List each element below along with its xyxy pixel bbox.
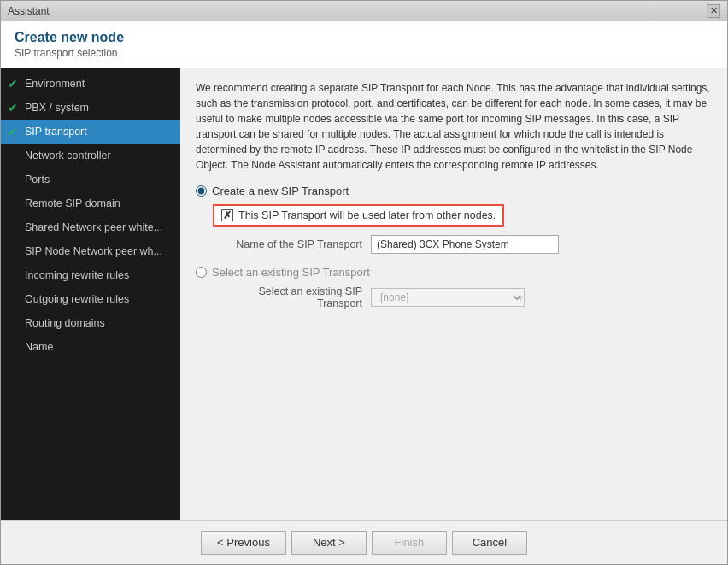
page-subtitle: SIP transport selection xyxy=(15,47,713,59)
sidebar-item-sip-node-network[interactable]: SIP Node Network peer wh... xyxy=(1,239,180,263)
sidebar-item-ports[interactable]: Ports xyxy=(1,168,180,191)
sidebar-item-pbx-system[interactable]: ✔ PBX / system xyxy=(1,96,180,120)
sidebar-item-shared-network-peer[interactable]: Shared Network peer white... xyxy=(1,215,180,239)
sidebar-item-network-controller[interactable]: Network controller xyxy=(1,144,180,168)
select-existing-radio-label[interactable]: Select an existing SIP Transport xyxy=(196,266,712,279)
check-icon-pbx: ✔ xyxy=(8,101,18,115)
create-new-radio[interactable] xyxy=(196,185,207,197)
description-text: We recommend creating a separate SIP Tra… xyxy=(196,80,712,173)
previous-button[interactable]: < Previous xyxy=(201,531,286,555)
select-existing-radio[interactable] xyxy=(196,267,207,278)
close-button[interactable]: ✕ xyxy=(707,4,720,18)
main-content: We recommend creating a separate SIP Tra… xyxy=(180,68,727,520)
sidebar-item-environment[interactable]: ✔ Environment xyxy=(1,72,180,96)
assistant-window: Assistant ✕ Create new node SIP transpor… xyxy=(0,0,728,565)
sidebar-item-name[interactable]: Name xyxy=(1,335,180,359)
sidebar: ✔ Environment ✔ PBX / system ✔ SIP trans… xyxy=(1,68,180,520)
check-icon-sip: ✔ xyxy=(8,126,17,138)
sidebar-item-remote-sip-domain[interactable]: Remote SIP domain xyxy=(1,191,180,215)
checkbox-label: This SIP Transport will be used later fr… xyxy=(238,209,496,221)
title-bar: Assistant ✕ xyxy=(1,1,727,21)
sidebar-item-incoming-rewrite[interactable]: Incoming rewrite rules xyxy=(1,263,180,287)
sidebar-item-outgoing-rewrite[interactable]: Outgoing rewrite rules xyxy=(1,287,180,311)
name-label: Name of the SIP Transport xyxy=(213,238,362,250)
existing-transport-select[interactable]: [none] xyxy=(371,288,525,307)
create-new-radio-label[interactable]: Create a new SIP Transport xyxy=(196,185,712,197)
name-input[interactable] xyxy=(371,235,559,254)
checkbox-row: ✗ This SIP Transport will be used later … xyxy=(213,204,504,227)
create-new-option-group: Create a new SIP Transport ✗ This SIP Tr… xyxy=(196,185,712,254)
cancel-button[interactable]: Cancel xyxy=(452,531,527,555)
name-form-row: Name of the SIP Transport xyxy=(213,235,712,254)
shared-checkbox[interactable]: ✗ xyxy=(221,209,233,221)
sidebar-item-sip-transport[interactable]: ✔ SIP transport xyxy=(1,120,180,144)
footer: < Previous Next > Finish Cancel xyxy=(1,520,727,564)
select-row: Select an existing SIP Transport [none] … xyxy=(213,285,712,309)
next-button[interactable]: Next > xyxy=(291,531,367,555)
finish-button[interactable]: Finish xyxy=(372,531,447,555)
content-area: ✔ Environment ✔ PBX / system ✔ SIP trans… xyxy=(1,68,727,520)
window-title: Assistant xyxy=(8,5,50,17)
select-existing-option-group: Select an existing SIP Transport Select … xyxy=(196,266,712,309)
sidebar-item-routing-domains[interactable]: Routing domains xyxy=(1,311,180,335)
page-header: Create new node SIP transport selection xyxy=(1,21,727,68)
check-icon-environment: ✔ xyxy=(8,77,18,91)
page-title: Create new node xyxy=(15,30,713,45)
select-label: Select an existing SIP Transport xyxy=(213,285,362,309)
